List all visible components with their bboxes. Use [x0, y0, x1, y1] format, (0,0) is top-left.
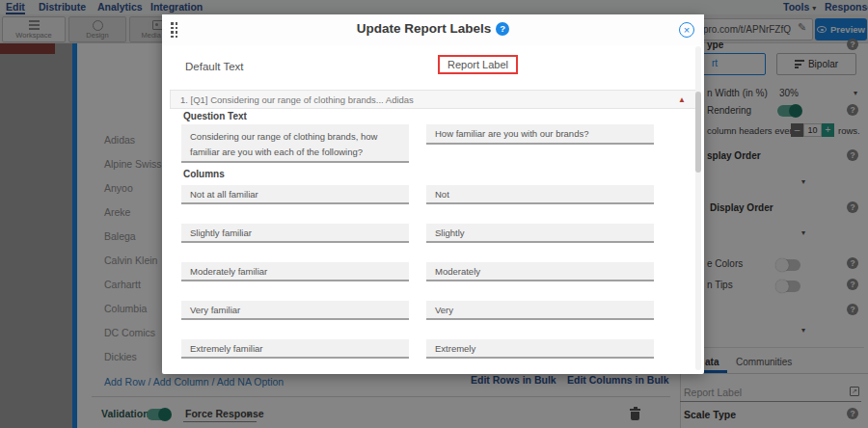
column-report-input[interactable]: Slightly [426, 224, 654, 243]
column-default-input[interactable]: Not at all familiar [181, 185, 409, 204]
column-default-input[interactable]: Moderately familiar [181, 262, 409, 281]
default-text-column-header: Default Text [185, 61, 244, 72]
question-accordion-header[interactable]: 1. [Q1] Considering our range of clothin… [170, 90, 696, 109]
column-default-input[interactable]: Very familiar [181, 301, 409, 320]
column-default-input[interactable]: Slightly familiar [181, 224, 409, 243]
question-report-textarea[interactable]: How familiar are you with our brands? [426, 124, 654, 145]
update-report-labels-modal: Update Report Labels? × Default Text Rep… [162, 14, 704, 374]
question-default-textarea[interactable]: Considering our range of clothing brands… [181, 124, 409, 163]
question-header-text: 1. [Q1] Considering our range of clothin… [180, 94, 414, 105]
question-text-label: Question Text [183, 111, 247, 121]
column-report-input[interactable]: Moderately [426, 262, 654, 281]
report-label-column-header-annotation: Report Label [438, 55, 518, 74]
column-report-input[interactable]: Very [426, 301, 654, 320]
app-root: Edit Distribute Analytics Integration To… [0, 0, 868, 428]
column-default-input[interactable]: Extremely familiar [181, 339, 409, 359]
modal-title: Update Report Labels [357, 21, 492, 36]
close-icon[interactable]: × [679, 22, 694, 38]
collapse-arrow-icon: ▲ [678, 91, 686, 109]
modal-header: Update Report Labels? × [162, 14, 704, 45]
columns-label: Columns [183, 169, 225, 179]
column-report-input[interactable]: Extremely [426, 339, 654, 359]
modal-scrollbar-thumb[interactable] [695, 92, 701, 173]
help-icon[interactable]: ? [496, 22, 509, 36]
column-report-input[interactable]: Not [426, 185, 654, 204]
